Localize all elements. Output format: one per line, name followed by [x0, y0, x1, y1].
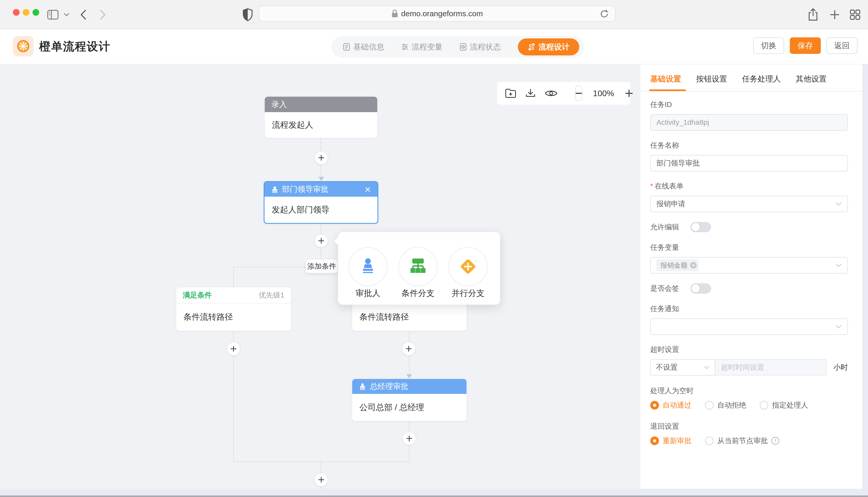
add-node-button[interactable]	[402, 342, 415, 355]
radio-restart-approval[interactable]: 重新审批	[650, 436, 691, 446]
sliders-icon	[401, 43, 409, 51]
node-close-icon[interactable]	[364, 186, 371, 193]
nav-label: 流程变量	[412, 42, 442, 52]
radio-label: 重新审批	[663, 436, 691, 446]
timeout-value-input[interactable]	[715, 359, 827, 375]
menu-item-parallel-branch[interactable]	[449, 247, 488, 286]
plus-icon	[230, 345, 237, 352]
preview-eye-icon[interactable]	[545, 89, 557, 98]
radio-dot	[650, 437, 659, 445]
shield-icon[interactable]	[243, 0, 253, 29]
download-icon[interactable]	[525, 88, 536, 99]
radio-dot	[705, 401, 714, 410]
tag-remove-icon[interactable]	[690, 262, 697, 269]
vertical-scrollbar[interactable]	[862, 65, 868, 489]
form-steps-nav: 基础信息 流程变量 流程状态 流程设计	[332, 36, 584, 58]
node-settings-panel: 基础设置 按钮设置 任务处理人 其他设置 任务ID 任务名称 * 在线表单 报销…	[640, 65, 862, 489]
nav-process-status[interactable]: 流程状态	[459, 42, 501, 52]
import-icon[interactable]	[505, 88, 516, 98]
address-bar[interactable]: demo.orangeforms.com	[259, 6, 616, 22]
chevron-down-icon	[836, 202, 842, 206]
zoom-out-button[interactable]	[575, 86, 582, 101]
app-logo	[13, 36, 33, 56]
task-name-label: 任务名称	[650, 141, 848, 150]
plus-icon	[318, 477, 325, 483]
chevron-down-icon[interactable]	[64, 0, 70, 29]
tab-basic-settings[interactable]: 基础设置	[650, 74, 681, 91]
add-node-button[interactable]	[227, 342, 240, 355]
countersign-label: 是否会签	[650, 284, 679, 293]
connector-line	[233, 267, 234, 287]
menu-arrow	[334, 237, 338, 245]
add-node-button[interactable]	[315, 234, 328, 247]
save-button[interactable]: 保存	[790, 38, 821, 54]
back-icon[interactable]	[80, 0, 87, 29]
online-form-select[interactable]: 报销申请	[650, 196, 848, 212]
window-bottom-edge	[0, 495, 868, 497]
reload-icon[interactable]	[600, 9, 609, 19]
start-node[interactable]: 录入 流程发起人	[265, 97, 377, 138]
info-icon[interactable]: !	[771, 437, 779, 445]
canvas-toolbar: 100%	[497, 82, 630, 105]
approver-icon	[271, 186, 278, 193]
flow-canvas[interactable]: 100% 录入 流程发起人 部门领导审批	[0, 65, 640, 489]
parallel-branch-icon	[459, 257, 477, 275]
close-window-button[interactable]	[13, 9, 19, 16]
gm-approval-node[interactable]: 总经理审批 公司总部 / 总经理	[352, 379, 467, 421]
tab-overview-icon[interactable]	[850, 0, 861, 29]
empty-handler-radios: 自动通过 自动拒绝 指定处理人	[650, 400, 848, 410]
allow-edit-toggle[interactable]	[690, 222, 711, 232]
condition-node-left[interactable]: 满足条件 优先级1 条件流转路径	[176, 287, 291, 331]
menu-label-parallel-branch: 并行分支	[449, 288, 488, 299]
task-name-field[interactable]	[650, 155, 848, 171]
condition-node-header: 满足条件 优先级1	[176, 287, 291, 303]
chevron-down-icon	[836, 325, 842, 328]
menu-item-approver[interactable]	[348, 247, 388, 286]
header-actions: 切换 保存 返回	[753, 38, 857, 54]
flow-icon	[528, 43, 535, 51]
menu-item-condition-branch[interactable]	[398, 247, 438, 286]
add-node-button[interactable]	[402, 432, 416, 445]
dept-approval-node-header: 部门领导审批	[264, 182, 377, 197]
dept-approval-node[interactable]: 部门领导审批 发起人部门领导	[264, 181, 378, 224]
tab-button-settings[interactable]: 按钮设置	[696, 74, 727, 91]
node-text: 公司总部 / 总经理	[359, 402, 424, 413]
online-form-label: * 在线表单	[650, 181, 848, 191]
minimize-window-button[interactable]	[23, 9, 29, 16]
sidebar-toggle-icon[interactable]	[47, 0, 59, 29]
zoom-window-button[interactable]	[32, 9, 39, 16]
switch-button[interactable]: 切换	[753, 38, 784, 54]
task-notify-select[interactable]	[650, 318, 848, 335]
task-variable-select[interactable]: 报销金额	[650, 257, 848, 273]
zoom-level: 100%	[591, 89, 616, 98]
horizontal-scrollbar[interactable]	[0, 489, 868, 495]
back-button[interactable]: 返回	[826, 38, 857, 54]
dept-approval-node-body: 发起人部门领导	[264, 197, 377, 223]
add-condition-tooltip[interactable]: 添加条件	[306, 259, 338, 273]
zoom-in-button[interactable]	[625, 89, 633, 98]
toggle-knob	[691, 284, 700, 293]
nav-process-design[interactable]: 流程设计	[518, 39, 579, 55]
share-icon[interactable]	[808, 0, 818, 29]
condition-label: 满足条件	[183, 290, 212, 300]
reject-setting-radios: 重新审批 从当前节点审批 !	[650, 436, 848, 446]
radio-dot	[760, 401, 768, 410]
tab-other-settings[interactable]: 其他设置	[796, 74, 827, 91]
new-tab-icon[interactable]	[829, 0, 840, 29]
radio-assign-handler[interactable]: 指定处理人	[760, 400, 808, 410]
nav-process-variables[interactable]: 流程变量	[401, 42, 442, 52]
radio-current-node-approval[interactable]: 从当前节点审批 !	[705, 436, 779, 446]
radio-auto-approve[interactable]: 自动通过	[650, 400, 691, 410]
timeout-mode-select[interactable]: 不设置	[650, 359, 715, 375]
tab-task-assignee[interactable]: 任务处理人	[742, 74, 781, 91]
add-node-button[interactable]	[315, 473, 328, 486]
countersign-toggle[interactable]	[690, 283, 711, 294]
add-node-button[interactable]	[315, 151, 328, 165]
plus-icon	[318, 154, 325, 161]
task-id-field[interactable]	[650, 114, 848, 131]
nav-basic-info[interactable]: 基础信息	[343, 42, 384, 52]
reject-setting-label: 退回设置	[650, 422, 848, 431]
radio-auto-reject[interactable]: 自动拒绝	[705, 400, 746, 410]
app-header: 橙单流程设计 基础信息 流程变量 流程状态 流程设计 切换 保存 返回	[0, 29, 868, 65]
node-title: 总经理审批	[370, 381, 409, 392]
